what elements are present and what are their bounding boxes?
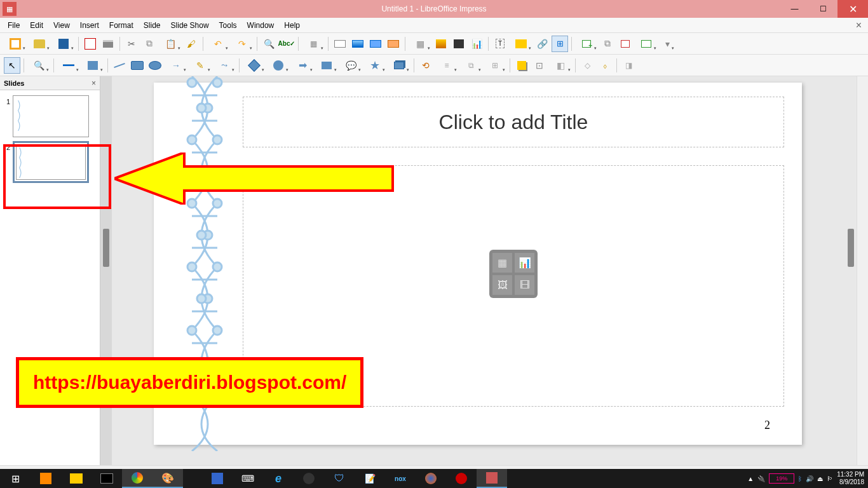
clone-format-button[interactable]: 🖌 — [183, 36, 200, 52]
task-notepad-icon[interactable]: 📝 — [355, 469, 385, 488]
callouts-button[interactable]: 💬 — [339, 57, 362, 74]
tray-clock[interactable]: 11:32 PM 8/9/2018 — [837, 471, 864, 486]
tray-safe-remove-icon[interactable]: ⏏ — [817, 475, 823, 482]
menu-view[interactable]: View — [48, 19, 75, 32]
slide-design-button[interactable]: ▾ — [659, 36, 675, 52]
start-current-button[interactable] — [385, 36, 402, 52]
close-document-button[interactable]: × — [852, 20, 865, 31]
duplicate-slide-button[interactable]: ⧉ — [599, 36, 616, 52]
start-button[interactable]: ⊞ — [0, 469, 31, 488]
content-insert-grid[interactable]: ▦ 📊 🖼 🎞 — [489, 250, 538, 298]
task-ie-icon[interactable]: e — [263, 469, 294, 488]
task-paint-icon[interactable]: 🎨 — [153, 469, 183, 488]
tray-volume-icon[interactable]: 🔊 — [806, 475, 813, 482]
save-button[interactable] — [52, 36, 75, 52]
print-button[interactable] — [100, 36, 116, 52]
undo-button[interactable]: ↶ — [207, 36, 229, 52]
extrusion-button[interactable]: ◨ — [620, 57, 637, 74]
menu-slideshow[interactable]: Slide Show — [166, 19, 214, 32]
paste-button[interactable]: 📋 — [159, 36, 182, 52]
ellipse-tool-button[interactable] — [147, 57, 163, 74]
slide-thumbnail-2[interactable]: 2 — [3, 141, 97, 183]
rotate-button[interactable]: ⟲ — [417, 57, 434, 74]
line-tool-button[interactable] — [111, 57, 128, 74]
zoom-tool-button[interactable]: 🔍 — [27, 57, 50, 74]
insert-fontwork-button[interactable] — [510, 36, 532, 52]
align-button[interactable]: ≡ — [435, 57, 458, 74]
start-first-button[interactable] — [367, 36, 384, 52]
insert-movie-icon[interactable]: 🎞 — [515, 275, 534, 295]
block-arrows-button[interactable]: ➡ — [291, 57, 314, 74]
connector-tool-button[interactable]: ⤳ — [213, 57, 236, 74]
rectangle-tool-button[interactable] — [129, 57, 146, 74]
redo-button[interactable]: ↷ — [231, 36, 254, 52]
task-sublime-icon[interactable] — [31, 469, 61, 488]
insert-textbox-button[interactable]: T — [492, 36, 508, 52]
task-cmd-icon[interactable] — [92, 469, 122, 488]
menu-format[interactable]: Format — [104, 19, 139, 32]
task-keyboard-icon[interactable]: ⌨ — [233, 469, 263, 488]
points-button[interactable]: ◇ — [579, 57, 595, 74]
stars-button[interactable]: ★ — [363, 57, 386, 74]
menu-tools[interactable]: Tools — [214, 19, 242, 32]
new-button[interactable] — [4, 36, 27, 52]
insert-image-icon[interactable]: 🖼 — [492, 275, 512, 295]
insert-table-button[interactable]: ▦ — [409, 36, 431, 52]
display-grid-button[interactable]: ▦ — [302, 36, 325, 52]
spellcheck-button[interactable]: Abc✓ — [278, 36, 295, 52]
task-garena-icon[interactable] — [446, 469, 477, 488]
slide-thumbnail-1[interactable]: 1 — [3, 95, 97, 137]
menu-insert[interactable]: Insert — [75, 19, 104, 32]
open-button[interactable] — [28, 36, 51, 52]
task-defender-icon[interactable]: 🛡 — [324, 469, 355, 488]
task-obs-icon[interactable] — [294, 469, 324, 488]
select-tool-button[interactable]: ↖ — [4, 57, 20, 74]
tray-battery-indicator[interactable]: 19% — [769, 473, 794, 484]
shadow-button[interactable] — [513, 57, 530, 74]
system-tray[interactable]: ▲ 🔌 19% ᛒ 🔊 ⏏ 🏳 11:32 PM 8/9/2018 — [747, 471, 868, 486]
close-button[interactable]: ✕ — [837, 0, 868, 18]
tray-power-icon[interactable]: 🔌 — [757, 475, 765, 482]
find-replace-button[interactable]: 🔍 — [261, 36, 277, 52]
task-firefox-icon[interactable] — [416, 469, 446, 488]
filter-button[interactable]: ◧ — [549, 57, 572, 74]
slide-layout-button[interactable] — [635, 36, 658, 52]
display-views-button[interactable] — [332, 36, 348, 52]
task-app1-icon[interactable] — [202, 469, 233, 488]
gluepoints-button[interactable]: ⬨ — [597, 57, 613, 74]
insert-chart-button[interactable]: 📊 — [468, 36, 485, 52]
insert-hyperlink-button[interactable]: 🔗 — [534, 36, 550, 52]
maximize-button[interactable]: ☐ — [809, 0, 837, 18]
vertical-scrollbar[interactable] — [857, 76, 868, 465]
copy-button[interactable]: ⧉ — [141, 36, 158, 52]
task-impress-icon[interactable] — [477, 469, 507, 488]
insert-special-char-button[interactable]: ⊞ — [552, 36, 568, 52]
task-chrome-icon[interactable] — [122, 469, 153, 488]
task-explorer-icon[interactable] — [61, 469, 92, 488]
menu-help[interactable]: Help — [279, 19, 305, 32]
arrow-tool-button[interactable]: → — [165, 57, 187, 74]
menu-file[interactable]: File — [3, 19, 25, 32]
tray-bluetooth-icon[interactable]: ᛒ — [798, 475, 802, 482]
master-slide-button[interactable] — [349, 36, 366, 52]
3d-objects-button[interactable] — [388, 57, 410, 74]
fill-color-button[interactable] — [81, 57, 104, 74]
insert-image-button[interactable] — [433, 36, 449, 52]
new-slide-button[interactable]: + — [575, 36, 598, 52]
task-nox-icon[interactable]: nox — [385, 469, 416, 488]
title-placeholder[interactable]: Click to add Title — [243, 97, 784, 147]
curve-tool-button[interactable]: ✎ — [189, 57, 212, 74]
symbol-shapes-button[interactable] — [267, 57, 290, 74]
insert-chart-icon[interactable]: 📊 — [515, 253, 534, 273]
menu-window[interactable]: Window — [242, 19, 280, 32]
insert-av-button[interactable] — [451, 36, 467, 52]
insert-table-icon[interactable]: ▦ — [492, 253, 512, 273]
distribute-button[interactable]: ⊞ — [484, 57, 506, 74]
menu-edit[interactable]: Edit — [25, 19, 48, 32]
tray-chevron-up-icon[interactable]: ▲ — [747, 475, 754, 482]
tray-flag-icon[interactable]: 🏳 — [827, 475, 833, 482]
right-panel-collapse[interactable] — [844, 76, 857, 465]
crop-button[interactable]: ⊡ — [531, 57, 548, 74]
cut-button[interactable]: ✂ — [123, 36, 140, 52]
menu-slide[interactable]: Slide — [139, 19, 166, 32]
